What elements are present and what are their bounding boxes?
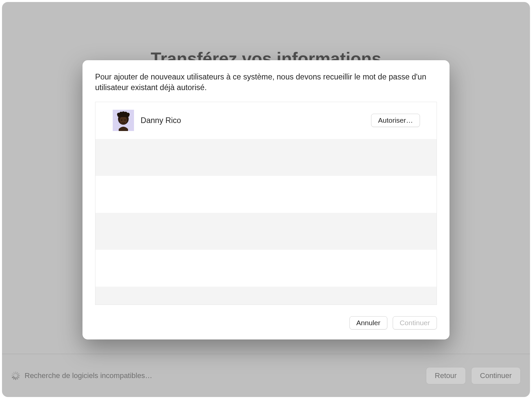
authorize-button[interactable]: Autoriser… — [371, 114, 420, 127]
empty-row — [95, 287, 437, 305]
empty-row — [95, 250, 437, 287]
dialog-message: Pour ajouter de nouveaux utilisateurs à … — [95, 71, 437, 93]
svg-point-8 — [121, 120, 122, 121]
svg-point-7 — [126, 113, 130, 116]
cancel-button[interactable]: Annuler — [349, 316, 387, 330]
svg-point-9 — [124, 120, 125, 121]
avatar — [113, 110, 134, 131]
back-button-background: Retour — [426, 367, 466, 384]
user-row[interactable]: Danny Rico Autoriser… — [95, 102, 437, 139]
authorize-users-dialog: Pour ajouter de nouveaux utilisateurs à … — [82, 60, 450, 339]
user-list: Danny Rico Autoriser… — [95, 102, 437, 305]
empty-row — [95, 213, 437, 250]
spinner-icon — [11, 371, 20, 380]
footer-bar: Recherche de logiciels incompatibles… Re… — [2, 354, 530, 397]
dialog-actions: Annuler Continuer — [95, 305, 437, 330]
continue-button[interactable]: Continuer — [393, 316, 437, 330]
empty-row — [95, 139, 437, 176]
user-name: Danny Rico — [141, 116, 181, 125]
continue-button-background: Continuer — [471, 367, 521, 384]
footer-status-text: Recherche de logiciels incompatibles… — [25, 371, 152, 380]
empty-row — [95, 176, 437, 213]
migration-assistant-window: Transférez vos informations Recherche de… — [2, 2, 530, 397]
